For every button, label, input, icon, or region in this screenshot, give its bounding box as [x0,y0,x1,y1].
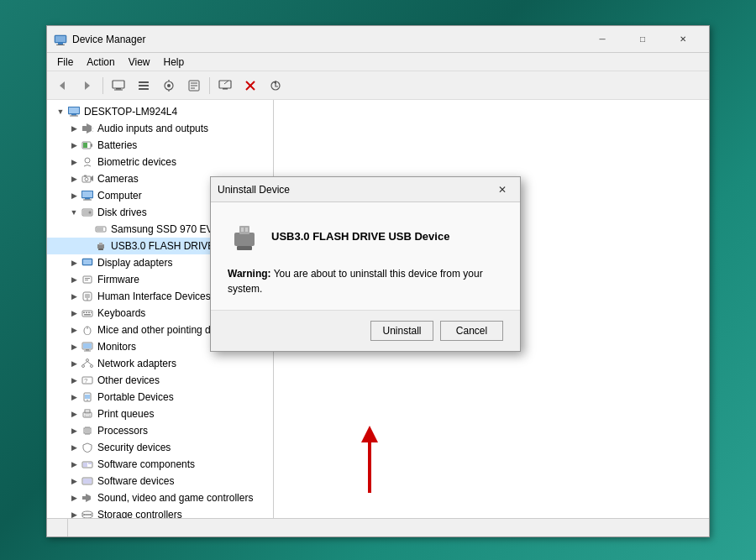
svg-rect-110 [237,246,252,250]
dialog-device-icon [228,219,261,253]
arrow-line [368,442,371,493]
dialog-title: Uninstall Device [218,184,491,196]
red-arrow [361,426,378,493]
svg-rect-112 [245,228,248,232]
dialog-content: USB3.0 FLASH DRIVE USB Device Warning: Y… [211,202,520,310]
svg-rect-108 [234,233,255,246]
uninstall-button[interactable]: Uninstall [370,321,433,341]
uninstall-dialog: Uninstall Device ✕ USB3.0 FLASH DRIVE US… [210,176,521,352]
dialog-overlay: Uninstall Device ✕ USB3.0 FLASH DRIVE US… [0,0,756,560]
svg-rect-111 [241,228,244,232]
dialog-buttons: Uninstall Cancel [211,310,520,351]
dialog-header-row: USB3.0 FLASH DRIVE USB Device [228,219,503,253]
svg-rect-109 [239,226,249,234]
warning-label: Warning: [228,268,271,280]
dialog-close-button[interactable]: ✕ [491,179,513,201]
dialog-device-name: USB3.0 FLASH DRIVE USB Device [271,230,449,243]
dialog-title-bar: Uninstall Device ✕ [211,177,520,202]
cancel-button[interactable]: Cancel [440,321,503,341]
dialog-warning: Warning: You are about to uninstall this… [228,266,503,296]
arrow-head [361,426,378,442]
